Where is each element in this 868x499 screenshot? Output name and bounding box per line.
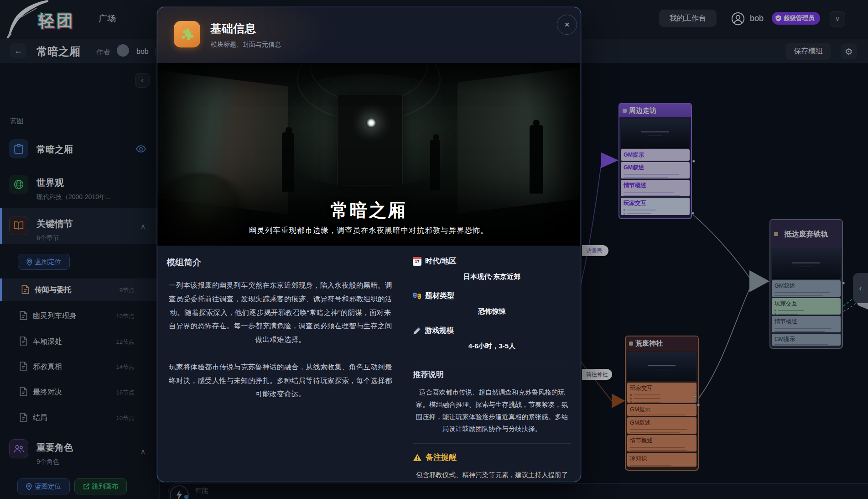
cover-tagline: 幽灵列车重现都市边缘，调查员在永夜黑暗中对抗邪教与异界恐怖。 <box>157 226 580 236</box>
scale-value: 4-6小时，3-5人 <box>413 342 571 351</box>
modal-header: 基础信息 模块标题、封面与元信息 × <box>157 7 581 63</box>
intro-paragraph-2: 玩家将体验都市传说与克苏鲁神话的融合，从线索收集、角色互动到最终对决，感受人性与… <box>166 360 395 401</box>
module-cover-image: 常暗之厢 幽灵列车重现都市边缘，调查员在永夜黑暗中对抗邪教与异界恐怖。 <box>157 63 580 246</box>
genre-value: 恐怖惊悚 <box>413 307 571 316</box>
recommend-text: 适合喜欢都市传说、超自然调查和克苏鲁风格的玩家。模组融合推理、探索与生存挑战，节… <box>413 386 571 435</box>
cover-title: 常暗之厢 <box>157 198 580 223</box>
genre-label-row: 题材类型 <box>413 291 571 301</box>
note-heading-row: 备注提醒 <box>413 452 571 462</box>
era-value: 日本现代·东京近郊 <box>413 273 571 281</box>
calendar-icon: 17 <box>413 257 421 266</box>
modal-subtitle: 模块标题、封面与元信息 <box>211 41 281 49</box>
modal-body: 模组简介 一列本该报废的幽灵列车突然在东京近郊现身，陷入永夜般的黑暗。调查员受委… <box>157 246 580 482</box>
close-button[interactable]: × <box>557 15 577 35</box>
module-intro-column: 模组简介 一列本该报废的幽灵列车突然在东京近郊现身，陷入永夜般的黑暗。调查员受委… <box>166 257 395 401</box>
intro-paragraph-1: 一列本该报废的幽灵列车突然在东京近郊现身，陷入永夜般的黑暗。调查员受委托前往调查… <box>166 278 395 347</box>
close-icon: × <box>564 20 569 30</box>
era-label-row: 17 时代/地区 <box>413 257 571 266</box>
scale-label-row: 游戏规模 <box>413 326 571 336</box>
pencil-icon <box>413 327 421 335</box>
theater-masks-icon <box>413 292 421 300</box>
modal-title: 基础信息 <box>210 21 256 36</box>
module-meta-column: 17 时代/地区 日本现代·东京近郊 <box>413 257 571 482</box>
divider <box>413 443 571 444</box>
basic-info-modal: 基础信息 模块标题、封面与元信息 × 常暗之厢 幽灵列车重现都市边缘，调查员在永… <box>157 7 581 482</box>
recommend-heading: 推荐说明 <box>413 369 571 380</box>
warning-icon <box>413 453 422 462</box>
puzzle-icon <box>174 21 200 47</box>
app: 周边走访 GM提示 GM叙述 情节概述 玩家交互 荒废神社 玩家交互 <box>0 0 868 499</box>
divider <box>413 361 571 361</box>
intro-heading: 模组简介 <box>166 257 395 268</box>
note-text: 包含邪教仪式、精神污染等元素，建议主持人提前了解玩家接受度。 <box>413 469 571 482</box>
